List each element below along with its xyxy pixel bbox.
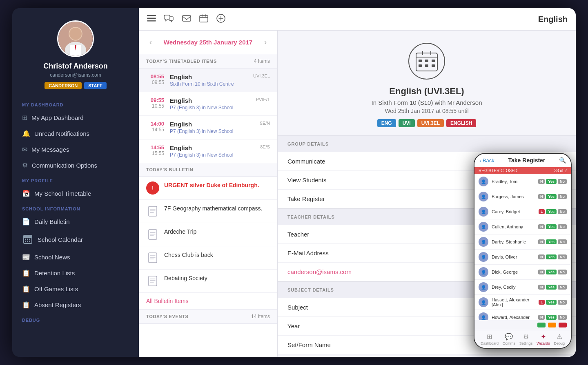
phone-nav-comms[interactable]: 💬 Comms (503, 333, 515, 345)
toolbar-left (147, 14, 225, 25)
hamburger-icon[interactable] (147, 15, 156, 24)
phone-nav-dashboard[interactable]: ⊞ Dashboard (481, 333, 499, 345)
phone-status-bar: REGISTER CLOSED 33 of 2 (474, 167, 571, 174)
timetable-icon: 📅 (22, 190, 30, 197)
svg-rect-21 (425, 64, 428, 67)
phone-search-icon[interactable]: 🔍 (559, 157, 566, 164)
time-end-3: 15:55 (152, 150, 164, 156)
mail-icon[interactable] (182, 15, 191, 24)
doc-icon-3 (146, 251, 159, 264)
sidebar-item-detention-lists[interactable]: 📋 Detention Lists (12, 265, 139, 281)
legend-orange (548, 323, 556, 327)
bulletin-item-2[interactable]: Ardeche Trip (139, 223, 277, 246)
profile-section: Christof Anderson canderson@isams.com CA… (12, 8, 139, 97)
section-label-debug: DEBUG (12, 313, 139, 325)
sidebar-item-school-calendar[interactable]: School Calendar (12, 230, 139, 249)
dashboard-icon: ⊞ (487, 333, 492, 341)
sidebar-item-communication-options[interactable]: ⚙ Communication Options (12, 157, 139, 173)
bulletin-section-label: TODAY'S BULLETIN (146, 167, 193, 172)
group-details-header: GROUP DETAILS (278, 136, 576, 152)
bulletin-item-3[interactable]: Chess Club is back (139, 246, 277, 270)
all-bulletin-link[interactable]: All Bulletin Items (139, 293, 277, 309)
timetable-item-0[interactable]: 08:55 09:55 English Sixth Form 10 in Six… (139, 69, 277, 92)
svg-rect-18 (425, 60, 428, 62)
tag-uviel: UVI.3EL (417, 119, 444, 127)
bulletin-item-urgent[interactable]: ! URGENT silver Duke of Edinburgh. (139, 177, 277, 200)
list-item[interactable]: 👤 Carey, Bridget LYesNo (474, 204, 571, 219)
subject-3: English (170, 144, 254, 151)
student-avatar: 👤 (479, 237, 488, 247)
list-item[interactable]: 👤 Drey, Cecily NYesNo (474, 280, 571, 295)
message-icon: ✉ (22, 146, 27, 153)
phone-nav-debug[interactable]: ⚠ Debug (554, 333, 565, 345)
chat-icon[interactable] (164, 14, 174, 24)
bulletin-text-1: 7F Geography mathematical compass. (164, 205, 262, 213)
list-item[interactable]: 👤 Cullen, Anthony NYesNo (474, 219, 571, 234)
next-date-button[interactable]: › (261, 36, 270, 48)
svg-rect-22 (432, 64, 435, 67)
student-avatar: 👤 (479, 282, 488, 292)
news-icon: 📰 (22, 253, 30, 261)
student-avatar: 👤 (479, 267, 488, 277)
phone-back-button[interactable]: ‹ Back (479, 157, 494, 164)
comm-icon: ⚙ (22, 161, 28, 169)
top-toolbar: English (139, 8, 576, 31)
phone-screen: ‹ Back Take Register 🔍 REGISTER CLOSED 3… (474, 154, 571, 348)
svg-rect-10 (200, 15, 208, 22)
timetable-item-2[interactable]: 14:00 14:55 English P7 (English 3) in Ne… (139, 116, 277, 139)
location-2: P7 (English 3) in New School (170, 128, 254, 134)
profile-badges: CANDERSON STAFF (45, 82, 107, 89)
comms-icon: 💬 (505, 333, 513, 341)
date-nav: ‹ Wednesday 25th January 2017 › (139, 31, 277, 54)
list-item[interactable]: 👤 Bradley, Tom NYesNo (474, 174, 571, 189)
bulletin-item-1[interactable]: 7F Geography mathematical compass. (139, 200, 277, 223)
tag-uvi: UVI (399, 119, 415, 127)
prev-date-button[interactable]: ‹ (146, 36, 155, 48)
timetable-item-3[interactable]: 14:55 15:55 English P7 (English 3) in Ne… (139, 139, 277, 163)
list-item[interactable]: 👤 Dick, George NYesNo (474, 265, 571, 280)
svg-rect-7 (147, 18, 156, 19)
legend-red (559, 323, 567, 327)
svg-rect-12 (149, 206, 157, 216)
student-avatar: 👤 (479, 177, 488, 186)
phone-legend (474, 320, 571, 330)
add-icon[interactable] (216, 14, 225, 25)
sidebar-item-my-school-timetable[interactable]: 📅 My School Timetable (12, 186, 139, 201)
wizards-icon: ✦ (541, 333, 546, 341)
class-name: English (UVI.3EL) (389, 86, 464, 97)
section-label-dashboard: MY DASHBOARD (12, 97, 139, 110)
phone-nav-wizards[interactable]: ✦ Wizards (537, 333, 550, 345)
phone-nav-settings[interactable]: ⚙ Settings (519, 333, 533, 345)
list-item[interactable]: 👤 Howard, Alexander NYesNo (474, 310, 571, 320)
urgent-icon: ! (146, 181, 159, 195)
svg-rect-6 (147, 15, 156, 16)
time-start-3: 14:55 (151, 144, 164, 150)
class-date: Wed 25th Jan 2017 at 08:55 until (385, 108, 468, 114)
sidebar-item-my-app-dashboard[interactable]: ⊞ My App Dashboard (12, 110, 139, 126)
badge-role: STAFF (84, 82, 107, 89)
timetable-item-1[interactable]: 09:55 10:55 English P7 (English 3) in Ne… (139, 92, 277, 116)
bulletin-item-4[interactable]: Debating Society (139, 270, 277, 293)
calendar-toolbar-icon[interactable] (199, 14, 208, 24)
sidebar-item-daily-bulletin[interactable]: 📄 Daily Bulletin (12, 214, 139, 230)
svg-rect-13 (149, 230, 157, 239)
subject-1: English (170, 97, 250, 104)
list-item[interactable]: 👤 Hassett, Alexander [Alex] LYesNo (474, 295, 571, 310)
location-0: Sixth Form 10 in Sixth Centre (170, 81, 247, 87)
sidebar: Christof Anderson canderson@isams.com CA… (12, 8, 139, 357)
list-item[interactable]: 👤 Davis, Oliver NYesNo (474, 250, 571, 265)
list-item[interactable]: 👤 Darby, Stephanie NYesNo (474, 234, 571, 250)
student-avatar: 👤 (479, 252, 488, 262)
events-item-count: 14 Items (251, 314, 270, 319)
date-label: Wednesday 25th January 2017 (164, 39, 252, 46)
profile-name: Christof Anderson (43, 62, 107, 71)
sidebar-item-absent-registers[interactable]: 📋 Absent Registers (12, 297, 139, 313)
sidebar-item-my-messages[interactable]: ✉ My Messages (12, 142, 139, 157)
bulletin-text-2: Ardeche Trip (164, 228, 196, 236)
doc-icon-4 (146, 274, 159, 288)
sidebar-item-unread-notifications[interactable]: 🔔 Unread Notifications (12, 126, 139, 142)
list-item[interactable]: 👤 Burgess, James NYesNo (474, 189, 571, 204)
class-sub: In Sixth Form 10 (S10) with Mr Anderson (372, 99, 482, 106)
sidebar-item-school-news[interactable]: 📰 School News (12, 249, 139, 265)
sidebar-item-off-games-lists[interactable]: 📋 Off Games Lists (12, 281, 139, 297)
